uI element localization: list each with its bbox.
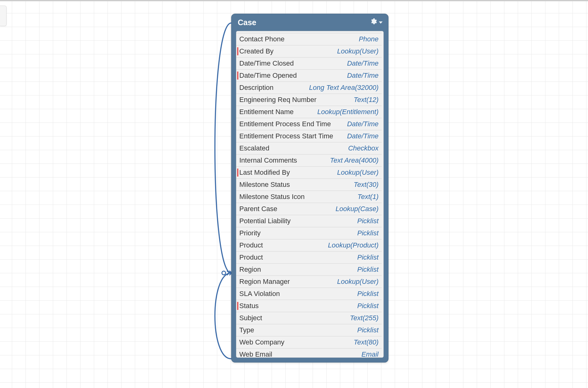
field-label: Date/Time Opened <box>239 72 297 80</box>
field-label: Web Company <box>239 338 284 346</box>
field-type: Checkbox <box>348 144 379 152</box>
gear-icon <box>370 18 377 27</box>
field-row[interactable]: Milestone StatusText(30) <box>236 179 382 191</box>
field-type: Picklist <box>357 229 379 237</box>
field-type: Long Text Area(32000) <box>309 84 379 92</box>
schema-canvas[interactable]: Case AssetLookup(Asset)Business HoursLoo… <box>0 1 588 388</box>
field-row[interactable]: Created ByLookup(User) <box>236 45 382 58</box>
field-row[interactable]: Parent CaseLookup(Case) <box>236 203 382 215</box>
field-type: Date/Time <box>347 59 379 67</box>
field-type: Date/Time <box>347 72 379 80</box>
field-label: Type <box>239 326 254 334</box>
field-type: Picklist <box>357 302 379 310</box>
field-type: Text(12) <box>354 96 379 104</box>
field-label: Region <box>239 266 261 274</box>
field-label: Contact Phone <box>239 35 285 43</box>
field-type: Text(255) <box>350 314 379 322</box>
required-indicator <box>237 72 238 80</box>
field-row[interactable]: Contact PhonePhone <box>236 33 382 45</box>
field-type: Date/Time <box>347 132 379 140</box>
field-label: Engineering Req Number <box>239 96 316 104</box>
object-card-case[interactable]: Case AssetLookup(Asset)Business HoursLoo… <box>231 14 388 363</box>
field-row[interactable]: DescriptionLong Text Area(32000) <box>236 82 382 94</box>
field-label: Milestone Status <box>239 181 290 189</box>
field-row[interactable]: Entitlement Process End TimeDate/Time <box>236 118 382 130</box>
left-collapsed-panel[interactable] <box>0 6 7 26</box>
field-type: Lookup(User) <box>337 169 379 177</box>
field-row[interactable]: Contact NameLookup(Contact) <box>236 31 382 33</box>
required-indicator <box>237 302 238 310</box>
field-label: Subject <box>239 314 262 322</box>
field-type: Picklist <box>357 326 379 334</box>
field-label: Region Manager <box>239 278 290 286</box>
field-label: Potential Liability <box>239 217 291 225</box>
field-row[interactable]: Engineering Req NumberText(12) <box>236 94 382 106</box>
field-label: Status <box>239 302 259 310</box>
field-label: Parent Case <box>239 205 277 213</box>
field-type: Picklist <box>357 290 379 298</box>
field-label: Product <box>239 253 263 261</box>
field-label: Date/Time Closed <box>239 59 294 67</box>
field-label: Milestone Status Icon <box>239 193 305 201</box>
field-row[interactable]: Date/Time OpenedDate/Time <box>236 70 382 82</box>
field-type: Lookup(Case) <box>336 205 379 213</box>
svg-point-0 <box>222 271 226 275</box>
field-type: Email <box>361 350 379 358</box>
field-row[interactable]: SubjectText(255) <box>236 312 382 324</box>
field-label: Escalated <box>239 144 269 152</box>
field-row[interactable]: Milestone Status IconText(1) <box>236 191 382 203</box>
field-type: Picklist <box>357 253 379 261</box>
field-type: Text(1) <box>357 193 379 201</box>
required-indicator <box>237 169 238 177</box>
field-type: Lookup(Entitlement) <box>317 108 379 116</box>
field-row[interactable]: SLA ViolationPicklist <box>236 288 382 300</box>
field-row[interactable]: Region ManagerLookup(User) <box>236 276 382 288</box>
field-label: Created By <box>239 47 273 55</box>
field-row[interactable]: EscalatedCheckbox <box>236 142 382 155</box>
field-row[interactable]: ProductPicklist <box>236 252 382 264</box>
field-label: Entitlement Process End Time <box>239 120 331 128</box>
field-type: Text(30) <box>354 181 379 189</box>
field-row[interactable]: Last Modified ByLookup(User) <box>236 167 382 179</box>
field-type: Text(80) <box>354 338 379 346</box>
required-indicator <box>237 47 238 55</box>
field-type: Lookup(User) <box>337 278 379 286</box>
field-row[interactable]: Entitlement Process Start TimeDate/Time <box>236 130 382 142</box>
field-label: Description <box>239 84 273 92</box>
field-label: Internal Comments <box>239 156 297 164</box>
object-settings-menu[interactable] <box>370 18 383 27</box>
field-row[interactable]: Potential LiabilityPicklist <box>236 215 382 227</box>
field-row[interactable]: TypePicklist <box>236 324 382 336</box>
field-label: Web Email <box>239 350 272 358</box>
field-type: Picklist <box>357 266 379 274</box>
field-label: Entitlement Process Start Time <box>239 132 333 140</box>
field-row[interactable]: Entitlement NameLookup(Entitlement) <box>236 106 382 118</box>
field-label: SLA Violation <box>239 290 280 298</box>
field-type: Lookup(User) <box>337 47 379 55</box>
field-row[interactable]: Internal CommentsText Area(4000) <box>236 155 382 167</box>
field-row[interactable]: RegionPicklist <box>236 264 382 276</box>
object-fields-scroll[interactable]: AssetLookup(Asset)Business HoursLookup(B… <box>236 31 384 358</box>
field-label: Product <box>239 241 263 249</box>
object-card-header[interactable]: Case <box>232 14 388 31</box>
field-row[interactable]: StatusPicklist <box>236 300 382 312</box>
field-label: Priority <box>239 229 260 237</box>
field-type: Date/Time <box>347 120 379 128</box>
field-label: Last Modified By <box>239 169 290 177</box>
field-type: Picklist <box>357 217 379 225</box>
field-row[interactable]: PriorityPicklist <box>236 227 382 239</box>
field-label: Entitlement Name <box>239 108 294 116</box>
field-row[interactable]: Date/Time ClosedDate/Time <box>236 58 382 70</box>
field-type: Text Area(4000) <box>330 156 379 164</box>
chevron-down-icon <box>379 21 383 24</box>
object-card-body-wrap: AssetLookup(Asset)Business HoursLookup(B… <box>236 31 384 358</box>
field-type: Phone <box>359 35 379 43</box>
field-row[interactable]: ProductLookup(Product) <box>236 239 382 252</box>
object-title: Case <box>238 18 256 27</box>
field-row[interactable]: Web EmailEmail <box>236 349 382 358</box>
field-row[interactable]: Web CompanyText(80) <box>236 336 382 349</box>
field-type: Lookup(Product) <box>328 241 379 249</box>
